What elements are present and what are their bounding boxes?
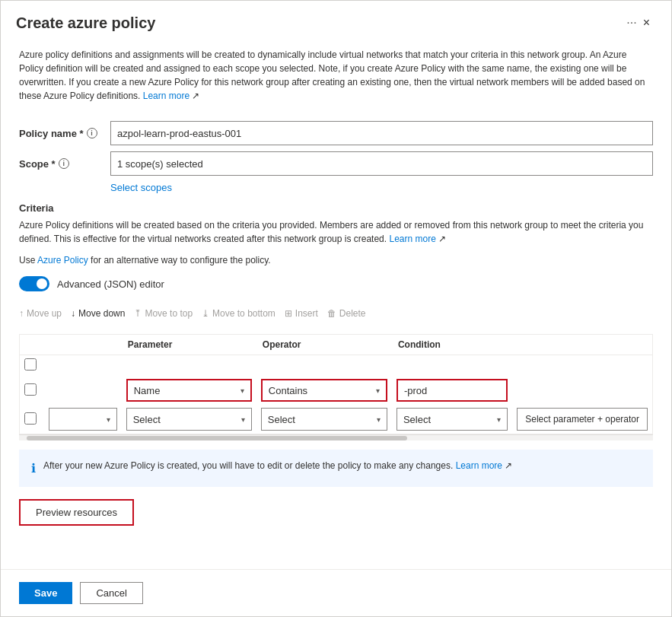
- row3-operator-cell: Select ▾: [256, 405, 392, 434]
- dialog-body: Azure policy definitions and assignments…: [1, 42, 671, 569]
- row3-condition-arrow: ▾: [497, 415, 501, 424]
- banner-learn-more-link[interactable]: Learn more: [456, 460, 502, 471]
- delete-icon: 🗑: [327, 308, 336, 319]
- row1-checkbox-cell: [20, 355, 44, 377]
- dialog-ellipsis-menu[interactable]: ···: [626, 16, 636, 30]
- table-header-row: Parameter Operator Condition: [20, 335, 652, 355]
- delete-button[interactable]: 🗑 Delete: [327, 307, 366, 320]
- criteria-learn-more-link[interactable]: Learn more: [389, 234, 435, 244]
- move-down-icon: ↓: [71, 308, 75, 319]
- scope-row: Scope * i: [19, 151, 653, 176]
- json-editor-label: Advanced (JSON) editor: [57, 278, 164, 290]
- row3-condition-dropdown[interactable]: Select ▾: [397, 408, 508, 431]
- th-action: [512, 335, 652, 355]
- row2-condition-input[interactable]: [397, 379, 508, 402]
- scope-label: Scope * i: [19, 158, 110, 170]
- row2-checkbox-cell: [20, 376, 44, 405]
- move-to-top-button[interactable]: ⤒ Move to top: [134, 307, 193, 320]
- info-banner: ℹ After your new Azure Policy is created…: [19, 450, 653, 487]
- row3-param-arrow: ▾: [241, 415, 245, 424]
- json-editor-toggle-row: Advanced (JSON) editor: [19, 276, 653, 291]
- select-param-operator-button[interactable]: Select parameter + operator: [517, 408, 648, 431]
- insert-button[interactable]: ⊞ Insert: [285, 307, 318, 320]
- criteria-table-wrapper: Parameter Operator Condition: [19, 334, 653, 434]
- scope-input[interactable]: [110, 151, 653, 176]
- policy-name-info-icon[interactable]: i: [87, 128, 97, 138]
- th-condition: Condition: [392, 335, 512, 355]
- toggle-track: [19, 276, 49, 291]
- th-parameter: Parameter: [122, 335, 256, 355]
- insert-icon: ⊞: [285, 308, 292, 319]
- move-up-icon: ↑: [19, 308, 24, 319]
- operator-dropdown-arrow: ▾: [376, 386, 380, 395]
- move-to-bottom-icon: ⤓: [202, 308, 209, 319]
- criteria-toolbar: ↑ Move up ↓ Move down ⤒ Move to top ⤓ Mo…: [19, 304, 653, 323]
- close-button[interactable]: ×: [637, 13, 656, 33]
- criteria-table: Parameter Operator Condition: [20, 335, 652, 434]
- row2-operator-dropdown[interactable]: Contains ▾: [261, 379, 387, 402]
- dialog-header: Create azure policy ··· ×: [1, 1, 671, 42]
- row3-param-dropdown[interactable]: Select ▾: [126, 408, 252, 431]
- move-to-top-icon: ⤒: [134, 308, 142, 319]
- row2-param-dropdown[interactable]: Name ▾: [126, 379, 252, 402]
- table-row: [20, 355, 652, 377]
- intro-learn-more-link[interactable]: Learn more: [143, 91, 189, 101]
- th-operator: Operator: [256, 335, 392, 355]
- cancel-button[interactable]: Cancel: [80, 582, 142, 604]
- row3-operator-dropdown[interactable]: Select ▾: [261, 408, 387, 431]
- row3-param-cell: Select ▾: [122, 405, 256, 434]
- move-to-bottom-button[interactable]: ⤓ Move to bottom: [202, 307, 275, 320]
- th-checkbox: [20, 335, 44, 355]
- dialog-footer: Save Cancel: [1, 569, 671, 616]
- row3-operator-arrow: ▾: [377, 415, 381, 424]
- preview-resources-button[interactable]: Preview resources: [19, 499, 134, 526]
- move-up-button[interactable]: ↑ Move up: [19, 307, 62, 320]
- indent-dropdown-arrow: ▾: [107, 415, 110, 424]
- scope-info-icon[interactable]: i: [59, 158, 69, 169]
- row2-operator-cell: Contains ▾: [256, 376, 392, 405]
- row3-indent-dropdown[interactable]: ▾: [49, 408, 117, 431]
- th-indent: [44, 335, 122, 355]
- banner-info-icon: ℹ: [31, 460, 36, 478]
- row2-condition-cell: [392, 376, 512, 405]
- table-row: Name ▾ Contains ▾: [20, 376, 652, 405]
- move-down-button[interactable]: ↓ Move down: [71, 307, 125, 320]
- row3-condition-cell: Select ▾: [392, 405, 512, 434]
- row3-checkbox-cell: [20, 405, 44, 434]
- row1-checkbox[interactable]: [24, 358, 37, 371]
- save-button[interactable]: Save: [19, 582, 72, 604]
- horizontal-scrollbar[interactable]: [19, 434, 653, 440]
- row3-action-cell: Select parameter + operator: [512, 405, 652, 434]
- scrollbar-thumb: [27, 436, 407, 440]
- criteria-description: Azure Policy definitions will be created…: [19, 218, 653, 246]
- create-azure-policy-dialog: Create azure policy ··· × Azure policy d…: [0, 0, 672, 617]
- policy-name-input[interactable]: [110, 121, 653, 145]
- row2-checkbox[interactable]: [24, 383, 37, 396]
- policy-name-label: Policy name * i: [19, 128, 110, 139]
- intro-info-text: Azure policy definitions and assignments…: [19, 42, 653, 109]
- row3-checkbox[interactable]: [24, 412, 37, 425]
- table-row: ▾ Select ▾ Select ▾: [20, 405, 652, 434]
- scope-link-row: Select scopes: [19, 182, 653, 193]
- criteria-section-label: Criteria: [19, 202, 653, 214]
- policy-name-row: Policy name * i: [19, 121, 653, 145]
- select-scopes-link[interactable]: Select scopes: [110, 182, 172, 193]
- json-editor-toggle[interactable]: [19, 276, 49, 291]
- row2-param-cell: Name ▾: [122, 376, 256, 405]
- alt-way-text: Use Azure Policy for an alternative way …: [19, 255, 653, 266]
- param-dropdown-arrow: ▾: [240, 386, 244, 395]
- azure-policy-link[interactable]: Azure Policy: [37, 255, 88, 266]
- toggle-thumb: [37, 278, 47, 289]
- dialog-title: Create azure policy: [16, 14, 620, 32]
